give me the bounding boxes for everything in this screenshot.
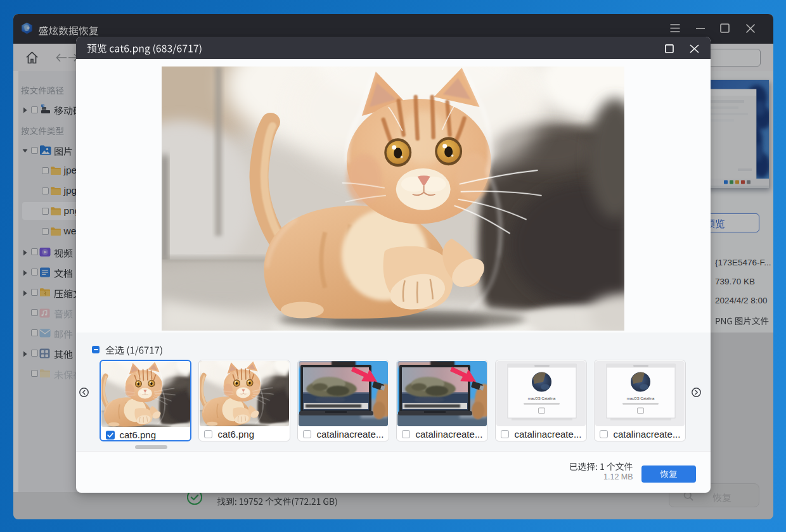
svg-text:macOS Catalina: macOS Catalina (528, 396, 556, 400)
svg-text:macOS Catalina: macOS Catalina (627, 396, 655, 400)
